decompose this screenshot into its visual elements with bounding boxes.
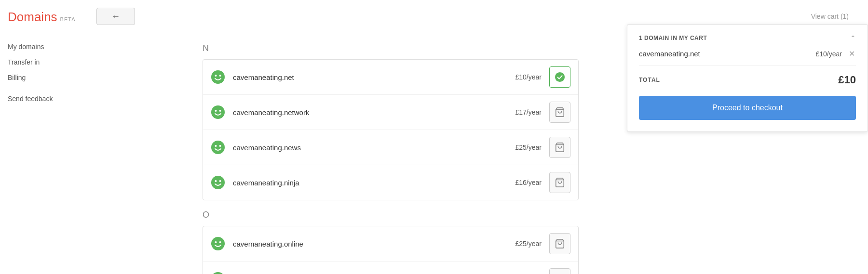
- available-icon: [211, 272, 225, 274]
- cart-icon: [555, 107, 565, 117]
- cart-total-amount: £10: [838, 74, 856, 86]
- back-icon: ←: [111, 12, 120, 22]
- svg-point-1: [215, 75, 217, 77]
- domain-price: £16/year: [508, 179, 542, 186]
- available-icon: [211, 175, 225, 190]
- table-row: cavemaneating.org £10/year: [203, 261, 578, 274]
- svg-point-16: [211, 237, 225, 250]
- add-to-cart-button[interactable]: [549, 268, 570, 274]
- cart-total-label: TOTAL: [639, 77, 660, 83]
- svg-point-0: [211, 70, 225, 84]
- svg-point-2: [219, 75, 221, 77]
- send-feedback-link[interactable]: Send feedback: [8, 95, 89, 103]
- top-bar: ← View cart (1): [96, 8, 868, 25]
- add-to-cart-button[interactable]: [549, 102, 570, 123]
- sidebar-item-transfer-in[interactable]: Transfer in: [8, 54, 89, 70]
- svg-point-9: [215, 145, 217, 147]
- cart-item-right: £10/year ✕: [816, 50, 856, 58]
- svg-point-8: [211, 141, 225, 154]
- svg-point-18: [219, 241, 221, 243]
- sidebar-nav: My domains Transfer in Billing: [8, 39, 89, 85]
- domain-name: cavemaneating.news: [233, 144, 508, 152]
- chevron-up-icon[interactable]: ⌃: [850, 34, 856, 42]
- cart-dropdown: 1 DOMAIN IN MY CART ⌃ cavemaneating.net …: [627, 24, 868, 132]
- svg-point-4: [211, 105, 225, 119]
- beta-badge: BETA: [60, 16, 76, 22]
- table-row: cavemaneating.news £25/year: [203, 130, 578, 165]
- cart-item-row: cavemaneating.net £10/year ✕: [639, 50, 856, 66]
- svg-point-10: [219, 145, 221, 147]
- remove-from-cart-button[interactable]: ✕: [848, 50, 856, 58]
- view-cart-link[interactable]: View cart (1): [811, 13, 849, 20]
- my-domains-link[interactable]: My domains: [8, 43, 44, 51]
- checkmark-icon: [555, 72, 565, 82]
- svg-point-13: [215, 180, 217, 182]
- cart-icon: [555, 142, 565, 153]
- proceed-to-checkout-button[interactable]: Proceed to checkout: [639, 96, 856, 120]
- section-o: O cavemaneating.online £25/year: [203, 210, 849, 274]
- sidebar-item-my-domains[interactable]: My domains: [8, 39, 89, 54]
- billing-link[interactable]: Billing: [8, 74, 26, 81]
- add-to-cart-button[interactable]: [549, 172, 570, 193]
- domain-price: £10/year: [508, 73, 542, 81]
- table-row: cavemaneating.network £17/year: [203, 95, 578, 130]
- add-to-cart-button[interactable]: [549, 66, 570, 88]
- cart-dropdown-header: 1 DOMAIN IN MY CART ⌃: [639, 34, 856, 42]
- svg-point-20: [211, 272, 225, 274]
- available-icon: [211, 70, 225, 84]
- domain-name: cavemaneating.net: [233, 73, 508, 81]
- domain-price: £25/year: [508, 144, 542, 151]
- cart-icon: [555, 177, 565, 188]
- available-icon: [211, 236, 225, 251]
- sidebar: Domains BETA My domains Transfer in Bill…: [0, 0, 96, 274]
- app-title: Domains: [8, 10, 57, 25]
- transfer-in-link[interactable]: Transfer in: [8, 58, 40, 66]
- domain-list-o: cavemaneating.online £25/year: [203, 226, 579, 274]
- cart-icon: [555, 238, 565, 249]
- table-row: cavemaneating.ninja £16/year: [203, 165, 578, 200]
- domain-name: cavemaneating.network: [233, 108, 508, 117]
- domain-price: £25/year: [508, 240, 542, 248]
- cart-total-row: TOTAL £10: [639, 74, 856, 86]
- add-to-cart-button[interactable]: [549, 137, 570, 158]
- domain-name: cavemaneating.online: [233, 240, 508, 248]
- domain-price: £17/year: [508, 108, 542, 116]
- cart-item-price: £10/year: [816, 50, 842, 58]
- cart-item-count: 1 DOMAIN IN MY CART: [639, 35, 707, 41]
- svg-point-5: [215, 110, 217, 112]
- domain-name: cavemaneating.ninja: [233, 179, 508, 187]
- table-row: cavemaneating.net £10/year: [203, 60, 578, 95]
- svg-point-3: [555, 72, 565, 82]
- available-icon: [211, 105, 225, 119]
- section-letter-o: O: [203, 210, 849, 220]
- back-button[interactable]: ←: [96, 8, 135, 25]
- svg-point-6: [219, 110, 221, 112]
- svg-point-17: [215, 241, 217, 243]
- sidebar-item-billing[interactable]: Billing: [8, 70, 89, 85]
- sidebar-logo: Domains BETA: [8, 10, 89, 25]
- table-row: cavemaneating.online £25/year: [203, 226, 578, 261]
- svg-point-12: [211, 176, 225, 189]
- svg-point-14: [219, 180, 221, 182]
- domain-list-n: cavemaneating.net £10/year: [203, 59, 579, 200]
- cart-item-name: cavemaneating.net: [639, 50, 700, 58]
- add-to-cart-button[interactable]: [549, 233, 570, 254]
- available-icon: [211, 140, 225, 155]
